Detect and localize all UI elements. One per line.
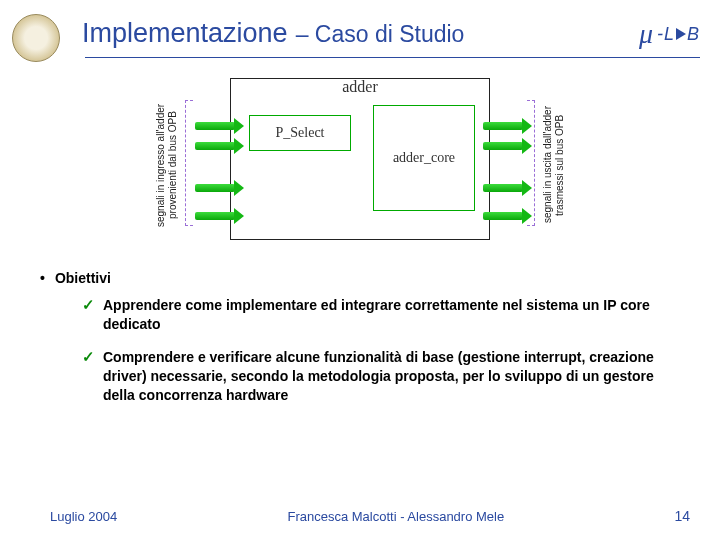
core-box: adder_core (373, 105, 475, 211)
arrow-icon (195, 142, 235, 150)
arrow-icon (483, 184, 523, 192)
right-bracket (527, 100, 535, 226)
arrow-icon (483, 142, 523, 150)
content: • Obiettivi ✓ Apprendere come implementa… (0, 252, 720, 404)
header-rule (85, 57, 700, 58)
arrow-icon (195, 184, 235, 192)
check-icon: ✓ (82, 348, 95, 366)
objective-item: ✓ Apprendere come implementare ed integr… (82, 296, 680, 334)
footer-authors: Francesca Malcotti - Alessandro Mele (117, 509, 674, 524)
footer: Luglio 2004 Francesca Malcotti - Alessan… (0, 508, 720, 524)
university-seal (12, 14, 60, 62)
lab-text: -LB (657, 24, 700, 45)
title-sub: – Caso di Studio (296, 21, 465, 48)
mulab-logo: μ -LB (639, 18, 700, 50)
footer-page: 14 (674, 508, 690, 524)
heading-text: Obiettivi (55, 270, 111, 286)
mu-glyph: μ (639, 18, 653, 50)
title-main: Implementazione (82, 18, 288, 49)
objective-item: ✓ Comprendere e verificare alcune funzio… (82, 348, 680, 405)
objective-text: Comprendere e verificare alcune funziona… (103, 348, 680, 405)
objectives-heading: • Obiettivi (40, 270, 680, 286)
adder-label: adder (231, 78, 489, 96)
arrow-icon (195, 122, 235, 130)
arrow-icon (483, 122, 523, 130)
diagram-right-caption: segnali in uscita dall'adder trasmessi s… (542, 100, 565, 230)
check-icon: ✓ (82, 296, 95, 314)
triangle-icon (676, 28, 686, 40)
diagram: segnali in ingresso all'adder provenient… (0, 72, 720, 252)
adder-box: adder P_Select adder_core (230, 78, 490, 240)
arrow-icon (483, 212, 523, 220)
objective-text: Apprendere come implementare ed integrar… (103, 296, 680, 334)
pselect-box: P_Select (249, 115, 351, 151)
diagram-left-caption: segnali in ingresso all'adder provenient… (155, 100, 178, 230)
arrow-icon (195, 212, 235, 220)
bullet-dot: • (40, 270, 45, 286)
left-bracket (185, 100, 193, 226)
slide-header: Implementazione – Caso di Studio μ -LB (0, 0, 720, 49)
footer-date: Luglio 2004 (50, 509, 117, 524)
